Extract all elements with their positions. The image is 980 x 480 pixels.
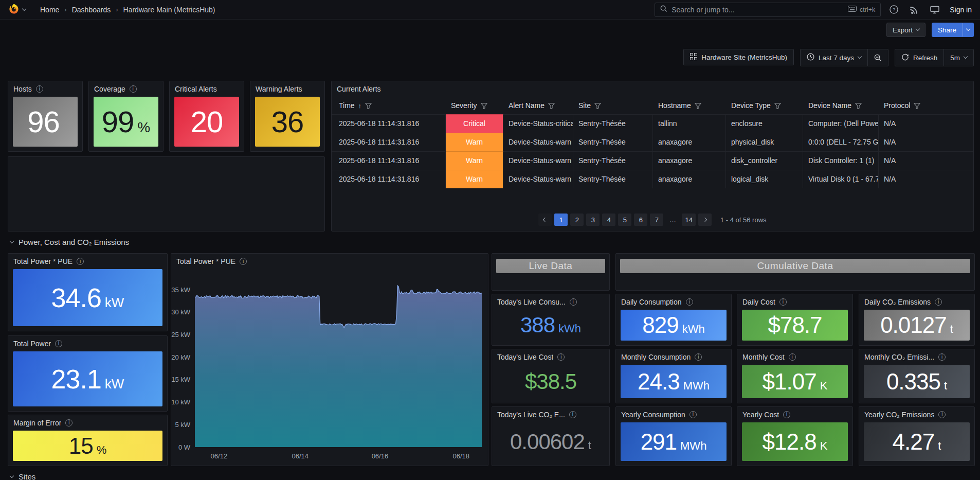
panel-title: Today's Live CO₂ E... xyxy=(497,411,565,419)
help-button[interactable]: ? xyxy=(886,2,901,17)
page-button[interactable]: 3 xyxy=(586,214,600,226)
stat-panel-hosts: Hosts 96 xyxy=(8,81,83,152)
panel-title: Margin of Error xyxy=(13,419,61,427)
table-pagination: 1 2 3 4 5 6 7 … 14 1 - 4 of 56 rows xyxy=(332,214,973,226)
cell-protocol: N/A xyxy=(879,170,973,188)
info-icon[interactable] xyxy=(77,258,84,265)
info-icon[interactable] xyxy=(779,298,787,306)
stat-panel-yearly-cost: Yearly Cost $12.8K xyxy=(737,406,853,466)
filter-icon[interactable] xyxy=(774,102,781,109)
page-ellipsis: … xyxy=(666,214,679,226)
info-icon[interactable] xyxy=(55,340,62,347)
export-button[interactable]: Export xyxy=(886,23,925,37)
column-header-device-name[interactable]: Device Name xyxy=(803,97,879,114)
chevron-down-icon xyxy=(964,55,968,59)
filter-icon[interactable] xyxy=(594,102,601,109)
page-button[interactable]: 1 xyxy=(554,214,568,226)
page-button[interactable]: 6 xyxy=(634,214,647,226)
share-button[interactable]: Share xyxy=(932,23,963,37)
panel-title: Yearly Consumption xyxy=(621,411,685,419)
info-icon[interactable] xyxy=(130,85,137,93)
page-button[interactable]: 4 xyxy=(602,214,615,226)
info-icon[interactable] xyxy=(557,353,565,361)
stat-unit: MWh xyxy=(680,440,706,452)
column-header-severity[interactable]: Severity xyxy=(446,97,503,114)
stat-panel-daily-co2: Daily CO₂ Emissions 0.0127t xyxy=(859,294,975,346)
stat-unit: K xyxy=(820,440,828,452)
search-input[interactable] xyxy=(672,6,844,14)
page-button[interactable]: 7 xyxy=(650,214,663,226)
stat-value-area: $12.8K xyxy=(742,422,848,461)
info-icon[interactable] xyxy=(689,411,697,418)
filter-icon[interactable] xyxy=(914,102,920,109)
live-data-header-panel: Live Data xyxy=(492,253,610,291)
info-icon[interactable] xyxy=(570,298,577,306)
sign-in-button[interactable]: Sign in xyxy=(950,6,972,14)
stat-unit: kWh xyxy=(682,324,705,335)
refresh-controls: Refresh 5m xyxy=(895,49,974,66)
cell-alert-name: Device-Status-warn xyxy=(503,151,573,170)
info-icon[interactable] xyxy=(36,85,43,93)
sort-ascending-icon[interactable]: ↑ xyxy=(358,102,362,110)
info-icon[interactable] xyxy=(935,298,942,306)
page-button[interactable]: 5 xyxy=(618,214,631,226)
next-page-button[interactable] xyxy=(698,214,712,226)
page-button[interactable]: 2 xyxy=(570,214,584,226)
cell-severity: Critical xyxy=(446,114,503,133)
column-header-hostname[interactable]: Hostname xyxy=(653,97,726,114)
share-menu-button[interactable] xyxy=(963,23,974,37)
breadcrumb-dashboards[interactable]: Dashboards xyxy=(72,6,111,14)
info-icon[interactable] xyxy=(569,411,576,418)
cell-time: 2025-06-18 11:14:31.816 xyxy=(332,114,446,133)
monitor-button[interactable] xyxy=(927,2,942,17)
column-header-protocol[interactable]: Protocol xyxy=(879,97,973,114)
filter-icon[interactable] xyxy=(481,102,487,109)
logo-caret-icon xyxy=(22,6,26,10)
info-icon[interactable] xyxy=(695,353,702,361)
news-rss-button[interactable] xyxy=(906,2,922,17)
svg-text:0 W: 0 W xyxy=(178,443,191,451)
svg-text:10 kW: 10 kW xyxy=(171,398,191,406)
info-icon[interactable] xyxy=(789,353,796,361)
stat-panel-daily-consumption: Daily Consumption 829kWh xyxy=(615,294,732,346)
section-power-header[interactable]: Power, Cost and CO₂ Emissions xyxy=(10,238,129,246)
info-icon[interactable] xyxy=(938,353,946,361)
info-icon[interactable] xyxy=(686,298,693,306)
info-icon[interactable] xyxy=(783,411,790,418)
column-header-site[interactable]: Site xyxy=(573,97,653,114)
info-icon[interactable] xyxy=(938,411,946,418)
section-sites-header[interactable]: Sites xyxy=(10,472,35,480)
stat-panel-daily-cost: Daily Cost $78.7 xyxy=(737,294,853,346)
column-header-alert-name[interactable]: Alert Name xyxy=(503,97,573,114)
chevron-down-icon xyxy=(966,27,970,31)
panel-title: Today's Live Cost xyxy=(497,353,553,361)
stat-panel-margin-of-error: Margin of Error 15% xyxy=(8,415,168,466)
refresh-interval-selector[interactable]: 5m xyxy=(944,49,973,66)
info-icon[interactable] xyxy=(65,419,72,426)
page-button[interactable]: 14 xyxy=(682,214,695,226)
filter-icon[interactable] xyxy=(365,102,372,109)
site-variable-selector[interactable]: Hardware Site (MetricsHub) xyxy=(683,49,794,65)
filter-icon[interactable] xyxy=(695,102,701,109)
stat-value: 36 xyxy=(271,107,304,137)
previous-page-button[interactable] xyxy=(538,214,552,226)
filter-icon[interactable] xyxy=(855,102,862,109)
cell-hostname: anaxagore xyxy=(653,151,726,170)
cell-site: Sentry-Thésée xyxy=(573,151,653,170)
search-bar[interactable]: ctrl+k xyxy=(655,3,881,17)
filter-icon[interactable] xyxy=(548,102,555,109)
stat-value: $78.7 xyxy=(768,314,822,336)
column-header-time[interactable]: Time↑ xyxy=(332,97,446,114)
table-row: 2025-06-18 11:14:31.816 Warn Device-Stat… xyxy=(332,133,973,151)
power-time-series-chart[interactable]: 0 W5 kW10 kW15 kW20 kW25 kW30 kW35 kW06/… xyxy=(171,254,489,467)
cell-device-name: Computer: (Dell Powe xyxy=(803,114,879,133)
grafana-logo-button[interactable] xyxy=(8,3,26,16)
breadcrumb-home[interactable]: Home xyxy=(40,6,59,14)
column-header-device-type[interactable]: Device Type xyxy=(726,97,803,114)
table-row: 2025-06-18 11:14:31.816 Warn Device-Stat… xyxy=(332,151,973,170)
zoom-out-time-button[interactable] xyxy=(868,49,888,66)
refresh-button[interactable]: Refresh xyxy=(895,49,943,66)
info-icon[interactable] xyxy=(240,258,247,265)
time-range-picker[interactable]: Last 7 days xyxy=(801,49,867,66)
stat-value-area: 0.00602t xyxy=(497,422,605,461)
